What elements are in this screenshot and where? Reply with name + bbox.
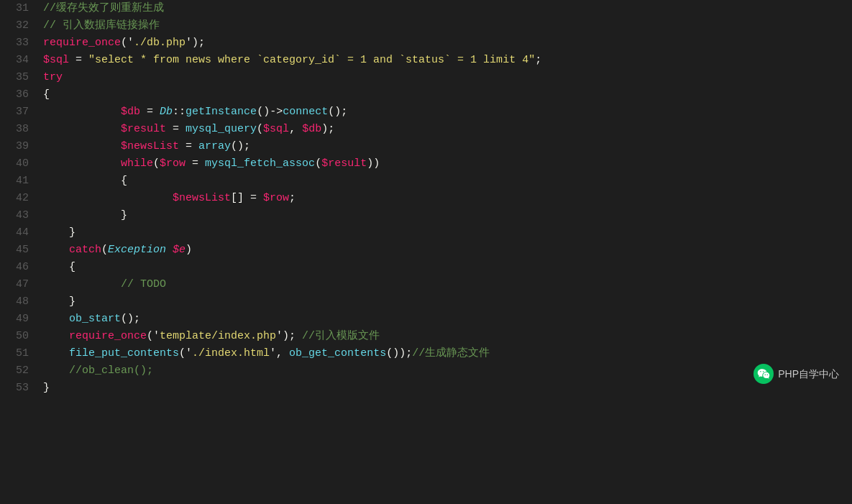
code-line-40: while($row = mysql_fetch_assoc($result)) [43, 155, 852, 173]
code-line-47: // TODO [43, 276, 852, 293]
line-numbers: 31 32 33 34 35 36 37 38 39 40 41 42 43 4… [0, 0, 37, 397]
wechat-icon [753, 364, 774, 384]
code-line-35: try [43, 69, 852, 86]
code-line-36: { [43, 86, 852, 104]
code-line-44: } [43, 224, 852, 242]
code-line-39: $newsList = array(); [43, 138, 852, 155]
code-line-52: //ob_clean(); [43, 362, 852, 380]
code-line-49: ob_start(); [43, 311, 852, 328]
code-line-33: require_once('./db.php'); [43, 35, 852, 52]
code-editor: 31 32 33 34 35 36 37 38 39 40 41 42 43 4… [0, 0, 852, 397]
code-line-41: { [43, 173, 852, 190]
code-line-34: $sql = "select * from news where `catego… [43, 52, 852, 69]
code-line-46: { [43, 259, 852, 276]
code-line-38: $result = mysql_query($sql, $db); [43, 121, 852, 138]
code-line-42: $newsList[] = $row; [43, 190, 852, 207]
code-line-50: require_once('template/index.php'); //引入… [43, 328, 852, 345]
code-line-53: } [43, 380, 852, 397]
watermark-text: PHP自学中心 [778, 366, 839, 382]
code-line-45: catch(Exception $e) [43, 242, 852, 259]
code-line-43: } [43, 207, 852, 224]
code-line-32: // 引入数据库链接操作 [43, 17, 852, 35]
watermark: PHP自学中心 [753, 364, 839, 384]
code-line-31: //缓存失效了则重新生成 [43, 0, 852, 17]
code-line-37: $db = Db::getInstance()->connect(); [43, 104, 852, 121]
code-content: //缓存失效了则重新生成 // 引入数据库链接操作 require_once('… [37, 0, 852, 397]
code-line-48: } [43, 293, 852, 311]
code-line-51: file_put_contents('./index.html', ob_get… [43, 345, 852, 362]
